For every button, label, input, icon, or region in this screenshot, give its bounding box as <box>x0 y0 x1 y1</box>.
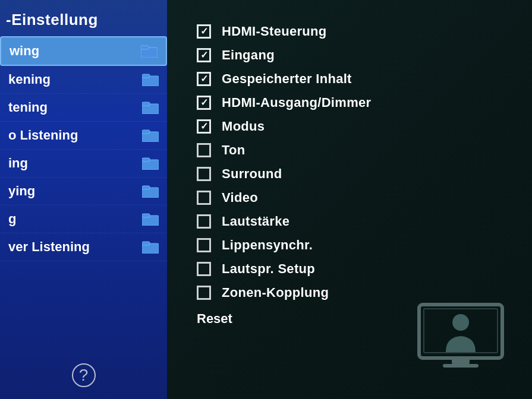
checkbox-label-lippensynchr: Lippensynchr. <box>222 238 313 253</box>
checkbox-box-lautstaerke <box>197 214 211 229</box>
sidebar-item-0[interactable]: wing <box>0 36 167 66</box>
checkbox-box-ton <box>197 143 211 157</box>
sidebar-item-1[interactable]: kening <box>0 66 167 94</box>
tv-illustration <box>413 302 508 381</box>
checkbox-item-lippensynchr[interactable]: Lippensynchr. <box>197 238 502 253</box>
checkbox-label-lautstaerke: Lautstärke <box>222 214 289 229</box>
folder-icon-2 <box>142 101 159 114</box>
checkbox-item-video[interactable]: Video <box>197 190 502 205</box>
folder-icon-3 <box>142 129 159 142</box>
checkbox-box-zonen-kopplung <box>197 286 211 300</box>
sidebar-item-5[interactable]: ying <box>0 178 167 205</box>
svg-rect-18 <box>452 358 470 364</box>
sidebar-item-6[interactable]: g <box>0 205 167 233</box>
sidebar-item-2[interactable]: tening <box>0 94 167 122</box>
checkbox-label-surround: Surround <box>222 166 282 182</box>
folder-icon-4 <box>142 157 159 170</box>
checkbox-list: HDMI-SteuerungEingangGespeicherter Inhal… <box>197 24 502 300</box>
checkbox-box-modus <box>197 119 211 134</box>
checkbox-item-modus[interactable]: Modus <box>197 119 502 134</box>
checkbox-label-eingang: Eingang <box>222 48 275 63</box>
checkbox-item-hdmi-steuerung[interactable]: HDMI-Steuerung <box>197 24 502 39</box>
sidebar-item-label-4: ing <box>8 156 28 171</box>
sidebar-item-label-2: tening <box>8 100 48 115</box>
sidebar-item-label-5: ying <box>8 183 35 199</box>
sidebar-item-3[interactable]: o Listening <box>0 122 167 150</box>
checkbox-item-gespeicherter-inhalt[interactable]: Gespeicherter Inhalt <box>197 71 502 87</box>
checkbox-label-ton: Ton <box>222 142 245 158</box>
checkbox-label-zonen-kopplung: Zonen-Kopplung <box>222 285 329 300</box>
sidebar-item-7[interactable]: ver Listening <box>0 233 167 261</box>
svg-rect-7 <box>142 130 150 134</box>
checkbox-item-surround[interactable]: Surround <box>197 166 502 182</box>
folder-icon-7 <box>142 240 159 254</box>
checkbox-box-eingang <box>197 48 211 62</box>
svg-rect-1 <box>141 46 149 49</box>
svg-rect-5 <box>142 102 150 106</box>
sidebar-item-label-3: o Listening <box>8 128 78 143</box>
sidebar-item-label-1: kening <box>8 72 51 87</box>
svg-point-20 <box>452 314 469 331</box>
sidebar-item-label-6: g <box>8 211 16 227</box>
main-content: HDMI-SteuerungEingangGespeicherter Inhal… <box>167 0 532 399</box>
checkbox-item-lautspr-setup[interactable]: Lautspr. Setup <box>197 261 502 277</box>
checkbox-box-hdmi-steuerung <box>197 24 211 39</box>
sidebar-title: -Einstellung <box>0 0 167 36</box>
checkbox-label-hdmi-ausgang-dimmer: HDMI-Ausgang/Dimmer <box>222 95 371 110</box>
checkbox-label-hdmi-steuerung: HDMI-Steuerung <box>222 24 327 39</box>
checkbox-box-hdmi-ausgang-dimmer <box>197 96 211 110</box>
checkbox-box-lautspr-setup <box>197 262 211 276</box>
folder-icon-1 <box>142 73 159 86</box>
checkbox-item-ton[interactable]: Ton <box>197 142 502 158</box>
svg-rect-11 <box>142 186 150 189</box>
sidebar-item-label-7: ver Listening <box>8 239 90 255</box>
checkbox-label-gespeicherter-inhalt: Gespeicherter Inhalt <box>222 71 352 87</box>
checkbox-box-gespeicherter-inhalt <box>197 72 211 86</box>
checkbox-label-video: Video <box>222 190 258 205</box>
svg-rect-3 <box>142 74 150 78</box>
folder-icon-5 <box>142 185 159 198</box>
checkbox-item-eingang[interactable]: Eingang <box>197 48 502 63</box>
sidebar: -Einstellung wing kening tening o Listen… <box>0 0 167 399</box>
checkbox-box-video <box>197 191 211 205</box>
checkbox-label-modus: Modus <box>222 119 265 134</box>
checkbox-label-lautspr-setup: Lautspr. Setup <box>222 261 315 277</box>
svg-rect-19 <box>443 364 479 368</box>
checkbox-item-zonen-kopplung[interactable]: Zonen-Kopplung <box>197 285 502 300</box>
sidebar-item-label-0: wing <box>10 43 39 59</box>
sidebar-item-4[interactable]: ing <box>0 150 167 178</box>
folder-icon-6 <box>142 213 159 226</box>
checkbox-box-surround <box>197 167 211 181</box>
checkbox-box-lippensynchr <box>197 238 211 252</box>
svg-rect-13 <box>142 214 150 217</box>
checkbox-item-lautstaerke[interactable]: Lautstärke <box>197 214 502 229</box>
checkbox-item-hdmi-ausgang-dimmer[interactable]: HDMI-Ausgang/Dimmer <box>197 95 502 110</box>
help-button[interactable]: ? <box>72 363 96 387</box>
folder-icon-0 <box>141 45 158 58</box>
svg-rect-9 <box>142 158 150 162</box>
svg-rect-15 <box>142 242 150 245</box>
